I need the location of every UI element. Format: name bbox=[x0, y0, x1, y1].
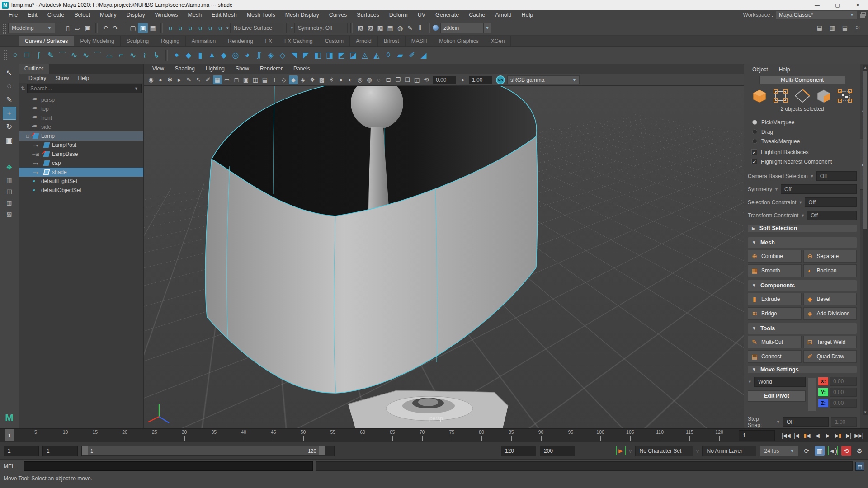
playback-end-field[interactable]: 120 bbox=[501, 446, 536, 456]
snap-to-projected-center-icon[interactable]: ∪ bbox=[195, 23, 205, 33]
last-tool-used[interactable]: ❖ bbox=[3, 161, 16, 174]
menu-item[interactable]: Help bbox=[516, 10, 538, 20]
undo-icon[interactable]: ↶ bbox=[100, 23, 110, 33]
nurbs-cube-icon[interactable]: ◆ bbox=[183, 48, 194, 62]
insert-isoparm-icon[interactable]: ◢ bbox=[418, 48, 429, 62]
resolution-gate-icon[interactable]: ◻ bbox=[232, 75, 241, 84]
nurbs-cone-icon[interactable]: ▲ bbox=[206, 48, 218, 62]
trim-tool-icon[interactable]: ◬ bbox=[359, 48, 371, 62]
shelf-tab[interactable]: FX bbox=[259, 36, 278, 46]
menu-set-selector[interactable]: Modeling▼ bbox=[8, 23, 55, 33]
extrude-surface-icon[interactable]: ◥ bbox=[288, 48, 300, 62]
playback-loop-icon[interactable]: ⟳ bbox=[802, 446, 811, 456]
lamp-base[interactable] bbox=[348, 390, 508, 428]
animation-preferences-icon[interactable]: ⚙ bbox=[854, 446, 864, 456]
viewport-menu-item[interactable]: Shading bbox=[170, 64, 200, 74]
bookmark-icon[interactable]: ► bbox=[175, 75, 184, 84]
insert-knot-icon[interactable]: ↳ bbox=[151, 48, 162, 62]
step-snap-field[interactable]: Off bbox=[783, 417, 829, 427]
toolkit-menu-item[interactable]: Help bbox=[774, 65, 795, 74]
shelf-tab[interactable]: Sculpting bbox=[121, 36, 155, 46]
curve-fillet-icon[interactable]: ⌐ bbox=[115, 48, 127, 62]
selection-highlighting-icon[interactable]: ⊡ bbox=[384, 75, 393, 84]
outliner-row[interactable]: ─● shade bbox=[19, 168, 143, 177]
menu-item[interactable]: Modify bbox=[95, 10, 122, 20]
nurbs-torus-icon[interactable]: ◎ bbox=[230, 48, 241, 62]
menu-item[interactable]: Edit bbox=[23, 10, 42, 20]
checkbox-icon[interactable]: ✓ bbox=[751, 149, 757, 155]
multi-component-button[interactable]: Multi-Component bbox=[760, 76, 845, 84]
outliner-menu-item[interactable]: Display bbox=[24, 74, 50, 83]
play-backwards-button[interactable]: ◀ bbox=[812, 431, 822, 441]
snap-to-curve-icon[interactable]: ∪ bbox=[175, 23, 185, 33]
render-current-frame-icon[interactable]: ▧ bbox=[355, 23, 365, 33]
tool-settings-toggle-icon[interactable]: ▥ bbox=[827, 23, 837, 33]
animation-start-field[interactable]: 1 bbox=[4, 446, 39, 456]
axis-orientation-field[interactable]: World bbox=[754, 377, 806, 387]
select-camera-icon[interactable]: ◉ bbox=[146, 75, 156, 84]
character-set-selector[interactable]: No Character Set bbox=[635, 446, 693, 456]
auto-key-icon[interactable]: ⟲ bbox=[841, 446, 851, 456]
menu-item[interactable]: Mesh bbox=[183, 10, 207, 20]
snap-to-view-plane-icon[interactable]: ∪ bbox=[205, 23, 215, 33]
attribute-editor-toggle-icon[interactable]: ▤ bbox=[815, 23, 825, 33]
character-set-icon[interactable]: ► bbox=[616, 446, 626, 455]
align-surfaces-icon[interactable]: ▰ bbox=[394, 48, 406, 62]
boundary-icon[interactable]: ◧ bbox=[312, 48, 324, 62]
edge-mode-icon[interactable] bbox=[773, 89, 789, 103]
shelf-tab[interactable]: Curves / Surfaces bbox=[19, 36, 74, 46]
frame-tick[interactable]: 35 bbox=[199, 429, 229, 442]
frame-tick[interactable]: 110 bbox=[645, 429, 675, 442]
checkbox-icon[interactable]: ✓ bbox=[751, 159, 757, 164]
outliner-row[interactable]: ─⊞ LampBase bbox=[19, 150, 143, 159]
two-d-pan-zoom-icon[interactable]: ↖ bbox=[194, 75, 203, 84]
redo-icon[interactable]: ↷ bbox=[110, 23, 120, 33]
planar-icon[interactable]: ◇ bbox=[277, 48, 288, 62]
bevel-plus-icon[interactable]: ◩ bbox=[335, 48, 347, 62]
open-scene-icon[interactable]: ▱ bbox=[73, 23, 83, 33]
frame-tick[interactable]: 95 bbox=[556, 429, 586, 442]
shelf-tab[interactable]: Rigging bbox=[155, 36, 186, 46]
quad-draw-button[interactable]: ✐ Quad Draw bbox=[803, 350, 857, 363]
frame-tick[interactable]: 100 bbox=[585, 429, 615, 442]
shaded-icon[interactable]: ◆ bbox=[289, 75, 298, 84]
divider[interactable] bbox=[123, 23, 125, 33]
view-transform-selector[interactable]: sRGB gamma▼ bbox=[507, 75, 580, 84]
shelf-grip[interactable] bbox=[4, 49, 7, 61]
menu-item[interactable]: Surfaces bbox=[352, 10, 384, 20]
command-input[interactable] bbox=[24, 461, 313, 471]
frame-tick[interactable]: 60 bbox=[348, 429, 377, 442]
frame-tick[interactable]: 5 bbox=[21, 429, 51, 442]
step-back-frame-button[interactable]: |◀ bbox=[792, 431, 801, 441]
axis-value-field[interactable]: 0.00 bbox=[830, 399, 857, 408]
vertex-mode-icon[interactable] bbox=[751, 89, 768, 103]
wireframe-on-shaded-icon[interactable]: ❖ bbox=[308, 75, 317, 84]
separate-button[interactable]: ⊖ Separate bbox=[803, 250, 857, 263]
film-gate-icon[interactable]: ▭ bbox=[222, 75, 231, 84]
depth-peeling-icon[interactable]: ❏ bbox=[403, 75, 412, 84]
playblast-icon[interactable]: ▦ bbox=[815, 446, 825, 456]
exposure-icon[interactable]: ⟲ bbox=[422, 75, 431, 84]
untrim-icon[interactable]: ◭ bbox=[371, 48, 382, 62]
smooth-button[interactable]: ▦ Smooth bbox=[748, 264, 802, 277]
use-default-material-icon[interactable]: ▩ bbox=[317, 75, 326, 84]
frame-tick[interactable]: 80 bbox=[467, 429, 496, 442]
outliner-row[interactable]: ─● cap bbox=[19, 159, 143, 168]
lock-workspace-icon[interactable] bbox=[860, 14, 865, 18]
multisample-icon[interactable]: ❐ bbox=[393, 75, 402, 84]
menu-item[interactable]: Mesh Display bbox=[280, 10, 324, 20]
quick-selection-input[interactable]: ztklein bbox=[440, 23, 483, 33]
tree-expander[interactable]: ─● bbox=[30, 170, 42, 175]
symmetry-options-arrow[interactable]: ▾ bbox=[291, 26, 293, 30]
quick-selection-dropdown[interactable]: ▼ bbox=[483, 23, 491, 33]
frame-tick[interactable]: 30 bbox=[170, 429, 199, 442]
bevel-button[interactable]: ◆ Bevel bbox=[803, 293, 857, 305]
single-pane-layout[interactable]: ▦ bbox=[3, 174, 16, 185]
step-forward-frame-button[interactable]: ▶| bbox=[844, 431, 853, 441]
menu-item[interactable]: Mesh Tools bbox=[242, 10, 280, 20]
toolkit-menu-item[interactable]: Object bbox=[748, 65, 773, 74]
divider[interactable] bbox=[428, 23, 430, 33]
divider[interactable] bbox=[160, 23, 163, 33]
time-slider[interactable]: 1 5 10 15 20 bbox=[0, 428, 868, 442]
divider[interactable] bbox=[58, 23, 60, 33]
